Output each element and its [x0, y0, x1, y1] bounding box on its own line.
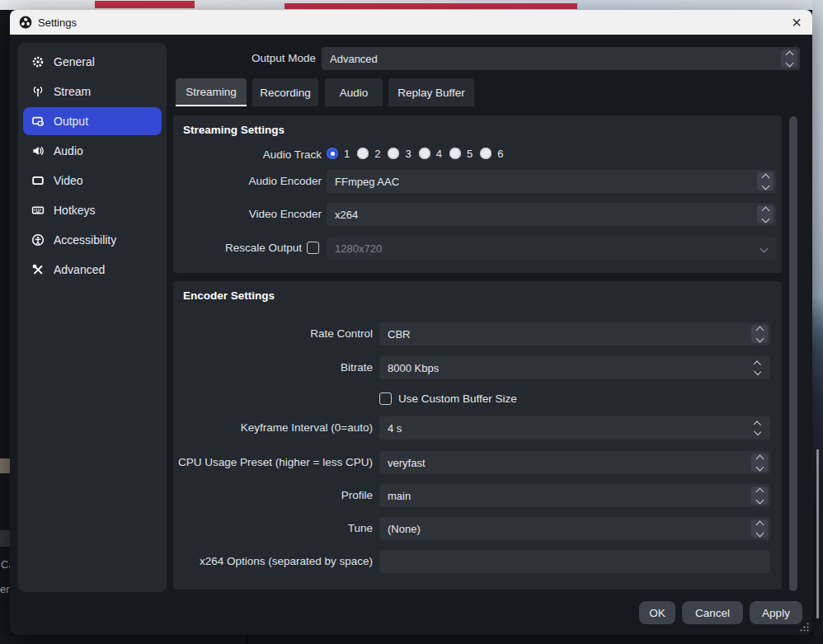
- apply-button[interactable]: Apply: [750, 601, 802, 624]
- chevron-up-icon[interactable]: [761, 173, 769, 181]
- spinner-buttons[interactable]: [751, 325, 768, 343]
- spinner-buttons[interactable]: [751, 487, 768, 505]
- chevron-up-icon[interactable]: [761, 206, 769, 214]
- chevron-down-icon[interactable]: [761, 181, 769, 190]
- spinner-buttons[interactable]: [757, 205, 774, 223]
- ok-button-label: OK: [649, 607, 665, 619]
- background-left-block: [0, 530, 10, 547]
- radio-icon[interactable]: [480, 148, 491, 159]
- x264-options-label: x264 Options (separated by space): [173, 550, 373, 573]
- output-mode-select[interactable]: Advanced: [322, 47, 800, 70]
- audio-track-option-6[interactable]: 6: [480, 148, 503, 160]
- keyframe-interval-spinbox[interactable]: 4 s: [379, 416, 770, 440]
- sidebar-item-audio[interactable]: Audio: [23, 137, 162, 165]
- rescale-output-checkbox[interactable]: [307, 242, 319, 254]
- bitrate-spinbox[interactable]: 8000 Kbps: [379, 356, 770, 379]
- tab-audio[interactable]: Audio: [325, 78, 383, 106]
- use-custom-buffer-size-checkbox[interactable]: [379, 393, 392, 405]
- bitrate-value: 8000 Kbps: [388, 362, 439, 374]
- chevron-up-icon[interactable]: [785, 50, 793, 59]
- spinner-buttons[interactable]: [751, 519, 768, 538]
- radio-icon[interactable]: [419, 148, 430, 159]
- tab-recording[interactable]: Recording: [252, 78, 318, 106]
- ok-button[interactable]: OK: [639, 601, 675, 624]
- chevron-up-icon[interactable]: [755, 454, 764, 463]
- audio-track-option-2[interactable]: 2: [357, 148, 380, 160]
- rate-control-select[interactable]: CBR: [379, 322, 770, 346]
- radio-label: 6: [497, 148, 503, 160]
- tab-streaming[interactable]: Streaming: [176, 78, 247, 106]
- radio-icon[interactable]: [357, 148, 369, 159]
- sidebar-item-video[interactable]: Video: [23, 167, 162, 195]
- spinner-buttons[interactable]: [757, 172, 774, 190]
- radio-label: 2: [374, 148, 380, 160]
- background-progress-bar: [95, 1, 195, 8]
- close-button[interactable]: ×: [786, 12, 807, 32]
- profile-select[interactable]: main: [379, 484, 770, 507]
- background-right-line: [816, 449, 819, 618]
- chevron-down-icon[interactable]: [754, 368, 761, 375]
- chevron-down-icon[interactable]: [754, 428, 761, 435]
- use-custom-buffer-size-label: Use Custom Buffer Size: [398, 392, 517, 406]
- spinner-buttons[interactable]: [781, 49, 797, 68]
- rescale-resolution-select[interactable]: 1280x720: [327, 237, 776, 260]
- sidebar-item-label: Audio: [54, 144, 83, 157]
- audio-track-option-1[interactable]: 1: [327, 148, 350, 160]
- cpu-usage-preset-label: CPU Usage Preset (higher = less CPU): [173, 451, 373, 474]
- chevron-down-icon[interactable]: [760, 245, 769, 253]
- spinner-buttons[interactable]: [749, 359, 765, 377]
- profile-value: main: [388, 490, 411, 502]
- vertical-scrollbar[interactable]: [789, 116, 797, 591]
- sidebar-item-output[interactable]: Output: [23, 107, 162, 135]
- speaker-icon: [31, 144, 45, 157]
- cancel-button[interactable]: Cancel: [682, 601, 743, 624]
- chevron-down-icon[interactable]: [755, 529, 764, 537]
- rate-control-label: Rate Control: [173, 322, 373, 346]
- radio-icon[interactable]: [388, 148, 399, 159]
- sidebar-item-advanced[interactable]: Advanced: [23, 256, 162, 284]
- settings-window: Settings × General Stream: [10, 10, 812, 635]
- sidebar-item-hotkeys[interactable]: Hotkeys: [23, 196, 162, 224]
- audio-track-option-3[interactable]: 3: [388, 148, 411, 160]
- rescale-output-label: Rescale Output: [173, 237, 302, 260]
- sidebar-item-general[interactable]: General: [23, 48, 162, 76]
- sidebar-item-stream[interactable]: Stream: [23, 78, 162, 106]
- apply-button-label: Apply: [762, 607, 790, 619]
- spinner-buttons[interactable]: [751, 454, 768, 472]
- chevron-down-icon[interactable]: [755, 496, 764, 504]
- radio-selected-icon[interactable]: [327, 148, 338, 159]
- chevron-up-icon[interactable]: [755, 326, 764, 334]
- background-left-strip: [0, 10, 10, 644]
- audio-track-option-4[interactable]: 4: [419, 148, 442, 160]
- chevron-down-icon[interactable]: [785, 59, 793, 67]
- radio-icon[interactable]: [449, 148, 461, 159]
- sidebar-item-label: Output: [54, 115, 88, 128]
- video-encoder-value: x264: [335, 209, 358, 221]
- chevron-up-icon[interactable]: [754, 421, 761, 428]
- radio-label: 4: [436, 148, 442, 160]
- settings-sidebar: General Stream Output: [18, 43, 167, 592]
- chevron-down-icon[interactable]: [755, 334, 764, 342]
- audio-encoder-select[interactable]: FFmpeg AAC: [327, 170, 776, 193]
- sidebar-item-accessibility[interactable]: Accessibility: [23, 226, 162, 254]
- titlebar[interactable]: Settings ×: [10, 10, 812, 35]
- resize-grip-icon[interactable]: [799, 622, 810, 632]
- chevron-up-icon[interactable]: [754, 360, 761, 368]
- x264-options-input[interactable]: [379, 550, 770, 573]
- chevron-up-icon[interactable]: [755, 487, 764, 496]
- chevron-down-icon[interactable]: [755, 463, 764, 471]
- cpu-usage-preset-select[interactable]: veryfast: [379, 451, 770, 474]
- chevron-down-icon[interactable]: [761, 214, 769, 223]
- sidebar-item-label: Hotkeys: [54, 204, 96, 217]
- cancel-button-label: Cancel: [695, 607, 730, 619]
- tune-select[interactable]: (None): [379, 517, 770, 540]
- cpu-usage-preset-value: veryfast: [388, 457, 426, 469]
- audio-encoder-value: FFmpeg AAC: [335, 176, 399, 188]
- background-bottom-divider: [246, 635, 247, 644]
- audio-track-option-5[interactable]: 5: [449, 148, 473, 160]
- tab-replay-buffer[interactable]: Replay Buffer: [388, 78, 474, 106]
- video-encoder-select[interactable]: x264: [327, 203, 776, 226]
- chevron-up-icon[interactable]: [755, 520, 764, 529]
- video-encoder-label: Video Encoder: [173, 203, 322, 226]
- spinner-buttons[interactable]: [749, 419, 765, 437]
